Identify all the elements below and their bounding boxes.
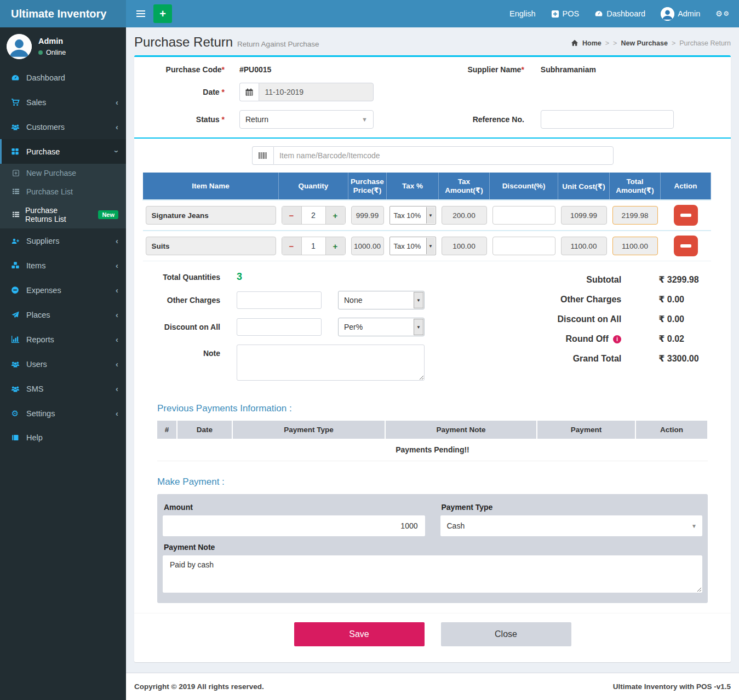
payments-table: # Date Payment Type Payment Note Payment… (157, 421, 708, 461)
info-icon[interactable]: i (613, 335, 621, 343)
item-name-input[interactable] (146, 206, 276, 225)
purchase-price-input[interactable] (351, 206, 384, 225)
breadcrumb-home[interactable]: Home (582, 39, 601, 47)
sidebar-item-sms[interactable]: SMS ‹ (0, 376, 126, 401)
sidebar-item-reports[interactable]: Reports ‹ (0, 327, 126, 352)
chevron-left-icon: ‹ (116, 122, 118, 131)
sidebar-item-purchase[interactable]: Purchase › (0, 139, 126, 164)
quick-add-button[interactable]: + (153, 4, 172, 23)
payment-note-label: Payment Note (164, 543, 702, 552)
sidebar-item-suppliers[interactable]: Suppliers ‹ (0, 228, 126, 253)
supplier-name-label: Supplier Name* (456, 65, 524, 74)
sidebar-item-purchase-returns-list[interactable]: Purchase Returns List New (0, 201, 126, 228)
note-textarea[interactable] (237, 345, 425, 381)
previous-payments-heading: Previous Payments Information : (157, 403, 723, 414)
items-table-header: Item Name Quantity Purchase Price(₹) Tax… (143, 173, 711, 200)
other-charges-select[interactable]: None ▼ (338, 291, 425, 309)
amount-input[interactable] (163, 515, 425, 536)
sidebar-item-users[interactable]: Users ‹ (0, 352, 126, 376)
app-version-text: Ultimate Inventory with POS -v1.5 (613, 682, 731, 691)
gauge-icon (10, 73, 20, 82)
purchase-price-input[interactable] (351, 237, 384, 255)
round-off-value: ₹ 0.02 (658, 334, 684, 344)
reference-no-input[interactable] (541, 110, 674, 129)
round-off-label: Round Off i (479, 334, 621, 344)
sidebar-item-new-purchase[interactable]: New Purchase (0, 164, 126, 182)
user-menu[interactable]: Admin (661, 7, 700, 21)
minus-icon (680, 214, 691, 217)
payments-empty-row: Payments Pending!! (157, 439, 708, 461)
remove-row-button[interactable] (674, 205, 698, 226)
purchase-code-value: #PU0015 (239, 65, 271, 74)
pos-link[interactable]: POS (551, 9, 580, 18)
date-input-group (239, 83, 374, 101)
discount-input[interactable] (492, 206, 555, 225)
users-icon (10, 123, 20, 131)
other-charges-input[interactable] (237, 291, 322, 309)
payment-note-textarea[interactable]: Paid by cash (163, 555, 702, 593)
sidebar: Admin Online Dashboard Sales ‹ Customers… (0, 27, 126, 700)
unit-cost-input[interactable] (561, 237, 607, 255)
list-icon (12, 188, 21, 196)
sidebar-item-settings[interactable]: ⚙ Settings ‹ (0, 401, 126, 426)
qty-increment-button[interactable]: + (325, 237, 345, 255)
qty-increment-button[interactable]: + (325, 206, 345, 224)
total-amount-input[interactable] (612, 237, 658, 255)
sidebar-user-panel: Admin Online (0, 27, 126, 66)
quantity-stepper: − + (282, 237, 346, 255)
sidebar-item-customers[interactable]: Customers ‹ (0, 114, 126, 139)
qty-input[interactable] (302, 206, 325, 224)
minus-circle-icon (10, 286, 20, 295)
subtotal-label: Subtotal (479, 275, 621, 285)
online-status-label[interactable]: Online (46, 49, 66, 56)
sidebar-item-purchase-list[interactable]: Purchase List (0, 182, 126, 201)
minus-icon (680, 244, 691, 248)
item-name-input[interactable] (146, 237, 276, 255)
caret-down-icon: ▼ (426, 207, 435, 223)
save-button[interactable]: Save (294, 622, 425, 646)
item-search-input[interactable] (273, 146, 614, 165)
sidebar-item-help[interactable]: Help (0, 426, 126, 450)
unit-cost-input[interactable] (561, 206, 607, 225)
payment-type-select[interactable]: Cash ▼ (440, 515, 703, 536)
payment-type-label: Payment Type (442, 503, 703, 512)
sidebar-item-places[interactable]: Places ‹ (0, 302, 126, 327)
section-divider (134, 137, 731, 139)
close-button[interactable]: Close (441, 622, 571, 646)
status-select[interactable]: Return ▼ (239, 110, 374, 129)
language-menu[interactable]: English (509, 9, 536, 18)
tax-amount-input[interactable] (442, 237, 487, 255)
total-amount-input[interactable] (612, 206, 658, 225)
qty-decrement-button[interactable]: − (282, 237, 302, 255)
discount-input[interactable] (492, 237, 555, 255)
sidebar-item-dashboard[interactable]: Dashboard (0, 66, 126, 90)
sidebar-item-expenses[interactable]: Expenses ‹ (0, 278, 126, 302)
page-subtitle: Return Against Purchase (237, 40, 319, 48)
breadcrumb-new-purchase[interactable]: New Purchase (621, 39, 667, 47)
other-charges-summary-label: Other Charges (479, 295, 621, 305)
app: Ultimate Inventory + English POS Dashboa… (0, 0, 739, 700)
discount-type-select[interactable]: Per% ▼ (338, 318, 425, 336)
date-input[interactable] (259, 83, 374, 101)
qty-input[interactable] (302, 237, 325, 255)
tax-amount-input[interactable] (442, 206, 487, 225)
purchase-return-box: Purchase Code* #PU0015 Supplier Name* Su… (134, 55, 731, 662)
sidebar-user-name: Admin (38, 37, 66, 45)
brand-logo[interactable]: Ultimate Inventory (0, 0, 126, 27)
settings-gear-icon[interactable]: ⚙⚙ (715, 10, 729, 18)
book-icon (10, 433, 20, 442)
tax-select[interactable]: Tax 10% ▼ (389, 237, 436, 255)
tax-select[interactable]: Tax 10% ▼ (389, 206, 436, 225)
home-icon (571, 39, 578, 47)
sidebar-toggle-icon[interactable] (134, 7, 148, 21)
caret-down-icon: ▼ (414, 292, 423, 308)
sidebar-item-sales[interactable]: Sales ‹ (0, 90, 126, 114)
discount-on-all-input[interactable] (237, 318, 322, 336)
sidebar-item-items[interactable]: Items ‹ (0, 253, 126, 278)
remove-row-button[interactable] (674, 236, 698, 256)
dashboard-link[interactable]: Dashboard (594, 9, 645, 18)
qty-decrement-button[interactable]: − (282, 206, 302, 224)
calendar-icon[interactable] (239, 83, 259, 101)
caret-down-icon: ▼ (426, 238, 435, 254)
chevron-left-icon: ‹ (116, 285, 118, 295)
